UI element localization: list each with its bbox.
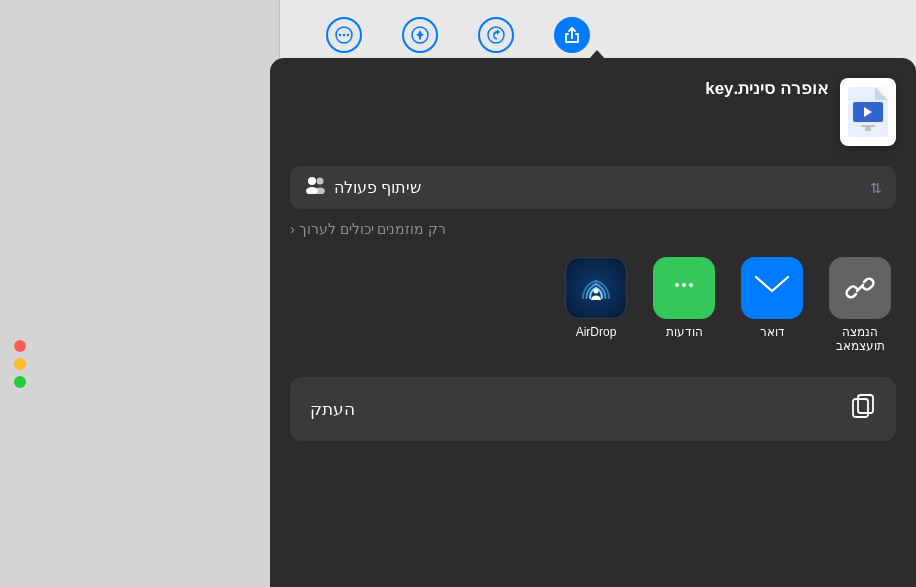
redo-button[interactable] <box>478 17 514 53</box>
airdrop-app[interactable]: AirDrop <box>560 257 632 353</box>
window-chrome <box>0 0 280 587</box>
sharing-label: שיתוף פעולה <box>334 178 421 197</box>
copy-button[interactable]: העתק <box>290 377 896 441</box>
sharing-dropdown[interactable]: ⇅ שיתוף פעולה <box>290 166 896 209</box>
file-name: אופרה סינית.key <box>705 78 828 99</box>
chevron-updown-icon: ⇅ <box>870 180 882 196</box>
copy-button-label: העתק <box>310 399 355 420</box>
sharing-dropdown-text: שיתוף פעולה <box>304 176 421 199</box>
close-button[interactable] <box>14 340 26 352</box>
app-icons-row: הנמצהתועצמאב דואר <box>290 249 896 361</box>
messages-icon <box>653 257 715 319</box>
svg-point-22 <box>594 289 599 294</box>
file-title-area: אופרה סינית.key <box>290 78 828 99</box>
mail-icon <box>741 257 803 319</box>
svg-point-16 <box>317 178 324 185</box>
more-button[interactable] <box>326 17 362 53</box>
traffic-lights <box>14 340 26 388</box>
mail-app[interactable]: דואר <box>736 257 808 353</box>
svg-rect-24 <box>853 399 868 417</box>
minimize-button[interactable] <box>14 358 26 370</box>
share-sheet: אופרה סינית.key ⇅ שיתוף פעולה ‹ רק מוזמנ… <box>270 58 916 587</box>
svg-rect-18 <box>755 275 789 301</box>
svg-point-14 <box>308 177 316 185</box>
svg-point-2 <box>343 34 345 36</box>
copy-link-label: הנמצהתועצמאב <box>836 325 885 353</box>
airdrop-icon <box>565 257 627 319</box>
svg-point-1 <box>339 34 341 36</box>
pin-button[interactable] <box>402 17 438 53</box>
svg-point-3 <box>347 34 349 36</box>
airdrop-label: AirDrop <box>576 325 617 339</box>
messages-app[interactable]: הודעות <box>648 257 720 353</box>
maximize-button[interactable] <box>14 376 26 388</box>
svg-point-21 <box>689 283 693 287</box>
copy-icon <box>850 393 876 425</box>
people-icon <box>304 176 326 199</box>
messages-label: הודעות <box>666 325 703 339</box>
copy-link-icon <box>829 257 891 319</box>
svg-point-5 <box>488 27 504 43</box>
subtitle-text: רק מוזמנים יכולים לערוך <box>299 221 447 237</box>
share-subtitle: ‹ רק מוזמנים יכולים לערוך <box>290 221 896 237</box>
file-icon <box>840 78 896 146</box>
mail-label: דואר <box>760 325 785 339</box>
share-header: אופרה סינית.key <box>290 78 896 146</box>
svg-point-19 <box>675 283 679 287</box>
svg-rect-23 <box>858 395 873 413</box>
copy-link-app[interactable]: הנמצהתועצמאב <box>824 257 896 353</box>
svg-point-20 <box>682 283 686 287</box>
subtitle-chevron: ‹ <box>290 221 295 237</box>
share-button[interactable] <box>554 17 590 53</box>
svg-rect-12 <box>861 125 875 127</box>
svg-rect-13 <box>865 127 871 131</box>
